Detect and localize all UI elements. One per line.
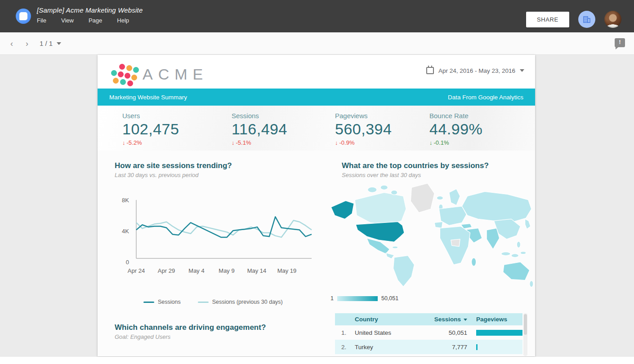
col-pageviews[interactable]: Pageviews <box>471 316 522 323</box>
table-header-row: Country Sessions Pageviews <box>335 313 522 325</box>
menu-help[interactable]: Help <box>117 17 129 24</box>
chart-legend: Sessions Sessions (previous 30 days) <box>143 299 283 305</box>
pageviews-bar <box>476 330 522 336</box>
sessions-trend-chart[interactable]: 8K 4K 0 Apr 24 Apr 29 May 4 May 9 May 14… <box>116 200 313 290</box>
table-row: 2. Turkey 7,777 <box>335 340 522 354</box>
band-right-label: Data From Google Analytics <box>448 94 523 101</box>
down-arrow-icon: ↓ <box>429 139 433 146</box>
line-chart-plot <box>134 200 313 264</box>
chevron-down-icon <box>520 69 524 72</box>
down-arrow-icon: ↓ <box>232 139 235 146</box>
chevron-down-icon <box>57 42 61 45</box>
date-range-text: Apr 24, 2016 - May 23, 2016 <box>438 67 515 74</box>
down-arrow-icon: ↓ <box>122 139 125 146</box>
calendar-icon <box>426 67 434 74</box>
user-avatar[interactable] <box>604 11 621 28</box>
legend-max: 50,051 <box>381 295 398 302</box>
trend-section-header: How are site sessions trending? Last 30 … <box>115 161 232 178</box>
building-icon <box>582 15 591 24</box>
report-canvas: ACME Apr 24, 2016 - May 23, 2016 Marketi… <box>98 55 535 356</box>
acme-logo <box>110 63 138 88</box>
table-scrollbar[interactable] <box>523 313 527 356</box>
col-sessions[interactable]: Sessions <box>422 316 471 323</box>
series2-swatch <box>198 302 209 303</box>
scorecard-bounce-rate: Bounce Rate 44.99% ↓ -0.1% <box>429 112 482 146</box>
menu-view[interactable]: View <box>61 17 74 24</box>
menu-bar: File View Page Help <box>37 17 129 24</box>
page-selector[interactable]: 1 / 1 <box>40 40 61 47</box>
map-section-header: What are the top countries by sessions? … <box>342 161 489 178</box>
down-arrow-icon: ↓ <box>335 139 338 146</box>
map-color-legend: 1 50,051 <box>330 295 398 302</box>
scorecard-pageviews: Pageviews 560,394 ↓ -0.9% <box>335 112 392 146</box>
bottom-strip <box>0 357 634 364</box>
previous-page-button[interactable]: ‹ <box>6 38 17 49</box>
sort-desc-icon <box>464 319 467 321</box>
summary-band: Marketing Website Summary Data From Goog… <box>98 89 535 106</box>
content-area: How are site sessions trending? Last 30 … <box>98 151 535 356</box>
legend-min: 1 <box>330 295 334 302</box>
col-country[interactable]: Country <box>355 316 422 323</box>
band-left-label: Marketing Website Summary <box>109 94 187 101</box>
series1-swatch <box>143 302 154 303</box>
viewer-toolbar: ‹ › 1 / 1 ! <box>0 32 634 55</box>
date-range-picker[interactable]: Apr 24, 2016 - May 23, 2016 <box>426 67 524 74</box>
page-indicator-text: 1 / 1 <box>40 40 53 47</box>
next-page-button[interactable]: › <box>22 38 32 49</box>
pageviews-bar <box>476 344 478 350</box>
scorecard-users: Users 102,475 ↓ -5.2% <box>122 112 179 146</box>
feedback-icon[interactable]: ! <box>615 38 625 47</box>
gradient-bar <box>337 296 378 301</box>
choropleth-map <box>325 180 535 291</box>
menu-file[interactable]: File <box>37 17 46 24</box>
report-workspace: ACME Apr 24, 2016 - May 23, 2016 Marketi… <box>0 55 634 357</box>
brand-wordmark: ACME <box>143 66 208 83</box>
data-studio-logo-icon[interactable] <box>16 9 31 24</box>
report-title: [Sample] Acme Marketing Website <box>37 6 143 14</box>
world-geo-map[interactable] <box>325 180 535 291</box>
scorecard-sessions: Sessions 116,494 ↓ -5.1% <box>232 112 287 146</box>
countries-table[interactable]: Country Sessions Pageviews 1. United Sta… <box>335 313 522 354</box>
share-button[interactable]: SHARE <box>526 12 569 27</box>
menu-page[interactable]: Page <box>89 17 102 24</box>
table-row: 1. United States 50,051 <box>335 325 522 340</box>
scorecard-band: Users 102,475 ↓ -5.2% Sessions 116,494 ↓… <box>98 106 535 151</box>
organization-icon[interactable] <box>578 11 595 28</box>
top-app-bar: [Sample] Acme Marketing Website File Vie… <box>0 0 634 32</box>
channels-section-header: Which channels are driving engagement? G… <box>115 323 266 340</box>
